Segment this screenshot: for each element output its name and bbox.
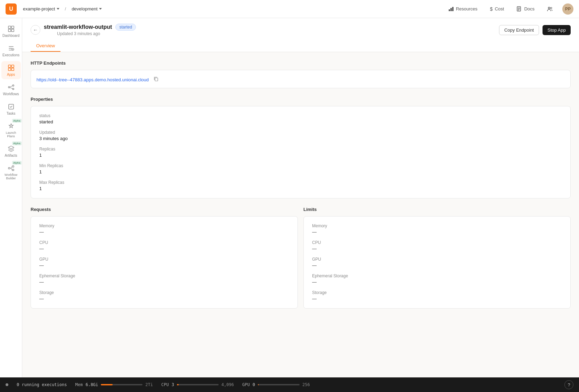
resources-button[interactable]: Resources: [446, 5, 480, 13]
sidebar-executions-label: Executions: [2, 53, 19, 57]
artifacts-icon: [7, 145, 15, 153]
http-endpoints-title: HTTP Endpoints: [31, 60, 571, 66]
sidebar-item-tasks[interactable]: Tasks: [1, 100, 21, 118]
apps-icon: [7, 64, 15, 72]
cost-icon: $: [490, 6, 493, 12]
lim-memory-item: Memory —: [312, 223, 562, 235]
lim-cpu-value: —: [312, 246, 562, 251]
dashboard-icon: [7, 25, 15, 33]
req-storage-label: Storage: [39, 290, 289, 295]
limits-col: Limits Memory — CPU — GPU —: [303, 207, 571, 309]
resources-icon: [448, 6, 454, 12]
svg-rect-10: [11, 26, 14, 28]
environment-dropdown[interactable]: development: [70, 5, 104, 13]
status-badge: started: [115, 24, 136, 31]
lim-cpu-item: CPU —: [312, 240, 562, 251]
prop-max-replicas-value: 1: [39, 186, 562, 191]
svg-rect-6: [518, 10, 519, 10]
user-avatar[interactable]: PP: [562, 3, 573, 15]
sidebar-dashboard-label: Dashboard: [2, 34, 19, 38]
prop-status-value: started: [39, 119, 562, 124]
copy-endpoint-button[interactable]: Copy Endpoint: [499, 25, 539, 35]
properties-section: Properties status started Updated 3 minu…: [31, 97, 571, 198]
launchplans-alpha-badge: Alpha: [12, 119, 21, 123]
mem-max: 2Ti: [145, 382, 153, 387]
sidebar-item-dashboard[interactable]: Dashboard: [1, 22, 21, 40]
copy-icon: [154, 76, 158, 81]
sidebar-item-workflowbuilder[interactable]: Workflow Builder: [1, 162, 21, 183]
logo[interactable]: U: [6, 3, 17, 15]
nav-project: example-project / development: [21, 5, 104, 13]
cpu-bar: [177, 384, 179, 385]
properties-title: Properties: [31, 97, 571, 102]
svg-rect-23: [12, 166, 14, 167]
sidebar-item-launchplans-wrapper: Alpha Launch Plans: [1, 120, 21, 141]
svg-rect-16: [8, 68, 11, 71]
stop-app-button[interactable]: Stop App: [543, 25, 571, 35]
project-dropdown[interactable]: example-project: [21, 5, 62, 13]
sidebar-apps-label: Apps: [7, 73, 15, 76]
svg-rect-24: [12, 169, 14, 171]
sidebar-item-executions[interactable]: Executions: [1, 42, 21, 60]
sidebar-item-workflows[interactable]: Workflows: [1, 81, 21, 99]
executions-icon: [7, 44, 15, 52]
page-title: streamlit-workflow-output: [44, 24, 112, 30]
lim-memory-label: Memory: [312, 223, 562, 228]
nav-separator: /: [65, 6, 66, 11]
users-button[interactable]: [544, 5, 555, 13]
help-button[interactable]: ?: [564, 380, 573, 389]
users-icon: [547, 6, 553, 12]
svg-point-8: [551, 7, 552, 9]
svg-rect-0: [449, 9, 450, 11]
svg-rect-12: [11, 29, 14, 32]
sidebar-item-apps[interactable]: Apps: [1, 61, 21, 79]
limits-card: Memory — CPU — GPU — Ephemeral Storage: [303, 216, 571, 309]
sidebar-artifacts-label: Artifacts: [5, 154, 17, 157]
project-name: example-project: [23, 6, 55, 11]
tab-overview[interactable]: Overview: [31, 40, 60, 52]
lim-storage-value: —: [312, 296, 562, 301]
sidebar-item-artifacts-wrapper: Alpha Artifacts: [1, 142, 21, 160]
prop-updated-label: Updated: [39, 130, 562, 135]
back-button[interactable]: ←: [31, 25, 40, 35]
running-executions-text: 0 running executions: [17, 382, 67, 387]
svg-rect-22: [8, 168, 10, 169]
cpu-max: 4,096: [221, 382, 234, 387]
cpu-current: 3: [172, 382, 174, 387]
lim-ephemeral-value: —: [312, 279, 562, 285]
copy-url-button[interactable]: [152, 76, 160, 82]
lim-cpu-label: CPU: [312, 240, 562, 245]
svg-rect-1: [450, 8, 452, 11]
prop-min-replicas-value: 1: [39, 169, 562, 174]
env-chevron-icon: [99, 8, 102, 10]
lim-ephemeral-item: Ephemeral Storage —: [312, 273, 562, 285]
svg-rect-2: [452, 7, 454, 11]
page-header: ← streamlit-workflow-output started Upda…: [22, 18, 579, 52]
sidebar-wfbuilder-label: Workflow Builder: [3, 173, 19, 180]
sidebar-item-launchplans[interactable]: Launch Plans: [1, 120, 21, 141]
sidebar: Dashboard Executions: [0, 18, 22, 377]
lim-gpu-item: GPU —: [312, 257, 562, 268]
updated-text: Updated 3 minutes ago: [57, 31, 136, 36]
requests-title: Requests: [31, 207, 298, 212]
prop-status-label: status: [39, 113, 562, 118]
mem-label: Mem: [75, 382, 83, 387]
req-cpu-item: CPU —: [39, 240, 289, 251]
svg-rect-15: [11, 65, 14, 67]
cpu-metric: CPU 3 4,096: [161, 382, 234, 387]
cost-button[interactable]: $ Cost: [487, 5, 507, 13]
svg-rect-5: [518, 9, 520, 9]
nav-right: Resources $ Cost Docs PP: [446, 3, 573, 15]
docs-button[interactable]: Docs: [514, 5, 537, 13]
prop-max-replicas-label: Max Replicas: [39, 180, 562, 185]
limits-title: Limits: [303, 207, 571, 212]
endpoint-url[interactable]: https://old--tree--47883.apps.demo.hoste…: [36, 77, 149, 82]
req-memory-item: Memory —: [39, 223, 289, 235]
prop-min-replicas-label: Min Replicas: [39, 163, 562, 168]
prop-max-replicas-row: Max Replicas 1: [39, 180, 562, 191]
prop-replicas-label: Replicas: [39, 147, 562, 152]
prop-replicas-value: 1: [39, 153, 562, 158]
docs-icon: [516, 6, 522, 12]
req-storage-value: —: [39, 296, 289, 301]
req-storage-item: Storage —: [39, 290, 289, 301]
